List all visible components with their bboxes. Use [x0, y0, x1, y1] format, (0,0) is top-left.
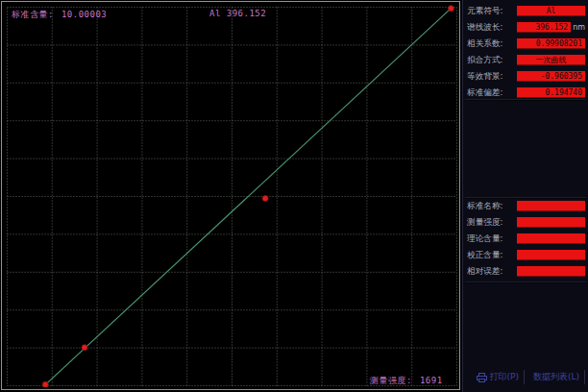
y-axis-label: 标准含量: — [12, 10, 54, 19]
data-list-button[interactable]: 数据列表(L) — [531, 370, 585, 384]
measured-intensity-field — [517, 217, 585, 228]
data-list-button-label: 数据列表(L) — [533, 371, 579, 383]
panel-separator — [465, 282, 586, 283]
chart-title: Al 396.152 — [209, 9, 266, 18]
button-bar: 打印(P) 数据列表(L) — [475, 370, 586, 384]
panel-separator — [465, 197, 586, 199]
fit-method-label: 拟合方式: — [467, 54, 515, 65]
stddev-row: 标准偏差: 0.194740 — [467, 87, 585, 98]
results-panel: 元素符号: Al 谱线波长: 396.152 nm 相关系数: 0.999082… — [462, 0, 588, 392]
element-symbol-label: 元素符号: — [467, 5, 515, 16]
correlation-field: 0.99908201 — [517, 38, 585, 49]
standard-name-label: 标准名称: — [467, 200, 515, 211]
measured-intensity-row: 测量强度: — [467, 217, 585, 228]
corrected-content-field — [517, 250, 585, 260]
y-axis-annotation: 标准含量:10.00003 — [12, 9, 107, 21]
fit-method-row: 拟合方式: 一次曲线 — [467, 55, 585, 65]
correlation-row: 相关系数: 0.99908201 — [467, 38, 585, 49]
calibration-curve-window: { "window": { "bg": "#000000", "width": … — [0, 0, 588, 392]
relative-error-row: 相对误差: — [467, 266, 585, 277]
x-axis-max-value: 1691 — [420, 376, 443, 385]
corrected-content-row: 校正含量: — [467, 250, 585, 260]
correlation-label: 相关系数: — [467, 37, 515, 49]
relative-error-label: 相对误差: — [467, 265, 515, 277]
x-axis-annotation: 测量强度:1691 — [370, 375, 443, 387]
element-symbol-row: 元素符号: Al — [467, 6, 585, 16]
stddev-label: 标准偏差: — [467, 86, 515, 98]
equivalent-background-label: 等效背景: — [467, 70, 515, 82]
printer-icon — [477, 373, 487, 382]
wavelength-field: 396.152 — [517, 22, 571, 33]
equivalent-background-row: 等效背景: -0.960395 — [467, 71, 585, 82]
calibration-plot — [2, 2, 458, 387]
panel-separator — [465, 99, 586, 101]
relative-error-field — [517, 266, 585, 277]
standard-name-field — [517, 201, 585, 211]
wavelength-label: 谱线波长: — [467, 21, 515, 33]
theoretical-content-row: 理论含量: — [467, 233, 585, 244]
y-axis-max-value: 10.00003 — [61, 10, 107, 19]
print-button[interactable]: 打印(P) — [475, 370, 525, 384]
element-symbol-field: Al — [517, 6, 585, 16]
wavelength-row: 谱线波长: 396.152 nm — [467, 22, 585, 33]
fit-method-field: 一次曲线 — [517, 55, 585, 65]
corrected-content-label: 校正含量: — [467, 249, 515, 260]
fit-parameters-group: 元素符号: Al 谱线波长: 396.152 nm 相关系数: 0.999082… — [467, 6, 585, 104]
theoretical-content-label: 理论含量: — [467, 233, 515, 244]
stddev-field: 0.194740 — [517, 87, 585, 98]
wavelength-unit: nm — [573, 23, 585, 32]
measured-intensity-label: 测量强度: — [467, 216, 515, 228]
equivalent-background-field: -0.960395 — [517, 71, 585, 82]
sample-readout-group: 标准名称: 测量强度: 理论含量: 校正含量: 相对误差: — [467, 201, 585, 282]
x-axis-label: 测量强度: — [370, 376, 412, 385]
theoretical-content-field — [517, 233, 585, 244]
print-button-label: 打印(P) — [490, 371, 519, 383]
calibration-chart: 标准含量:10.00003 Al 396.152 测量强度:1691 — [1, 1, 460, 390]
standard-name-row: 标准名称: — [467, 201, 585, 211]
